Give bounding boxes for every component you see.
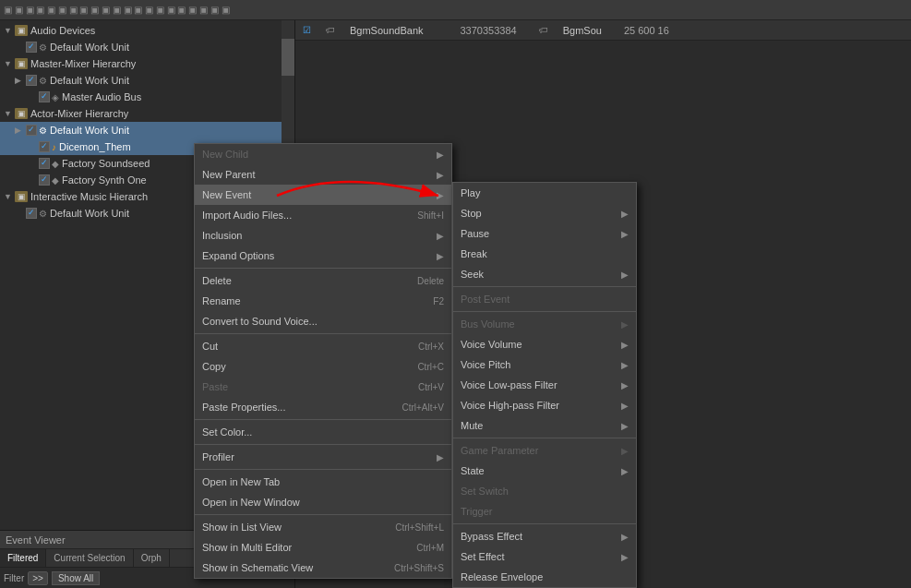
menu-item-label: Copy: [202, 361, 226, 372]
menu-separator: [195, 514, 451, 515]
menu-item-set-effect[interactable]: Set Effect ▶: [453, 546, 636, 567]
submenu-arrow-icon: ▶: [621, 421, 629, 431]
menu-item-bus-volume: Bus Volume ▶: [453, 314, 636, 334]
menu-item-play[interactable]: Play: [453, 183, 636, 203]
menu-item-open-new-tab[interactable]: Open in New Tab: [195, 472, 451, 492]
tree-item-label: Dicemon_Them: [59, 141, 131, 152]
submenu-arrow-icon: ▶: [621, 340, 629, 350]
menu-item-import-audio[interactable]: Import Audio Files... Shift+I: [195, 205, 451, 225]
menu-item-release-envelope[interactable]: Release Envelope: [453, 567, 636, 587]
menu-item-label: Trigger: [461, 506, 492, 517]
menu-item-new-parent[interactable]: New Parent ▶: [195, 164, 451, 185]
menu-item-label: Expand Options: [202, 250, 274, 261]
menu-item-label: Paste: [202, 381, 228, 392]
tree-item-label: Master Audio Bus: [62, 91, 141, 102]
menu-item-bypass-effect[interactable]: Bypass Effect ▶: [453, 526, 636, 546]
menu-item-label: Convert to Sound Voice...: [202, 316, 318, 327]
menu-item-cut[interactable]: Cut Ctrl+X: [195, 336, 451, 356]
tree-item[interactable]: ◈ Master Audio Bus: [0, 89, 294, 105]
menu-item-seek[interactable]: Seek ▶: [453, 264, 636, 284]
item-id2-col: 25 600 16: [624, 25, 669, 36]
menu-item-label: New Event: [202, 189, 251, 200]
menu-item-expand-options[interactable]: Expand Options ▶: [195, 246, 451, 266]
menu-item-voice-highpass[interactable]: Voice High-pass Filter ▶: [453, 395, 636, 415]
menu-item-show-list-view[interactable]: Show in List View Ctrl+Shift+L: [195, 517, 451, 537]
menu-item-profiler[interactable]: Profiler ▶: [195, 447, 451, 467]
right-panel-header: ☑ 🏷 BgmSoundBank 3370353384 🏷 BgmSou 25 …: [295, 20, 911, 41]
item-checkbox[interactable]: [39, 174, 50, 186]
submenu-arrow-icon: ▶: [621, 446, 629, 456]
menu-separator: [453, 311, 636, 312]
menu-item-label: Inclusion: [202, 230, 242, 241]
menu-item-label: Cut: [202, 341, 218, 352]
menu-item-open-new-window[interactable]: Open in New Window: [195, 492, 451, 512]
sound-icon: ♪: [52, 142, 56, 152]
menu-item-game-parameter: Game Parameter ▶: [453, 440, 636, 461]
menu-item-convert[interactable]: Convert to Sound Voice...: [195, 311, 451, 331]
menu-item-show-schematic-view[interactable]: Show in Schematic View Ctrl+Shift+S: [195, 558, 451, 578]
tree-item[interactable]: ▼ ▣ Audio Devices: [0, 22, 294, 39]
menu-item-label: Play: [461, 187, 480, 198]
tree-item-label: Default Work Unit: [50, 42, 129, 53]
menu-shortcut: Ctrl+M: [416, 543, 444, 553]
submenu-arrow-icon: ▶: [437, 170, 444, 180]
menu-item-voice-volume[interactable]: Voice Volume ▶: [453, 334, 636, 354]
filter-label: Filter: [4, 573, 24, 583]
menu-item-state[interactable]: State ▶: [453, 461, 636, 481]
menu-item-label: Bus Volume: [461, 318, 515, 330]
menu-item-break[interactable]: Break: [453, 244, 636, 264]
tree-item[interactable]: ▼ ▣ Actor-Mixer Hierarchy: [0, 105, 294, 122]
tab-current-selection[interactable]: Current Selection: [46, 549, 133, 567]
item-checkbox[interactable]: [26, 42, 37, 53]
menu-separator: [195, 419, 451, 420]
scrollbar-thumb[interactable]: [282, 39, 294, 76]
item-id-col: 3370353384: [461, 25, 517, 36]
tab-filtered[interactable]: Filtered: [0, 549, 46, 567]
item-checkbox[interactable]: [39, 91, 50, 102]
menu-item-voice-pitch[interactable]: Voice Pitch ▶: [453, 354, 636, 375]
menu-item-inclusion[interactable]: Inclusion ▶: [195, 225, 451, 246]
submenu-arrow-icon: ▶: [621, 360, 629, 370]
submenu-arrow-icon: ▶: [437, 251, 444, 261]
folder-icon: ▣: [15, 25, 28, 36]
tree-item-label: Default Work Unit: [50, 75, 129, 86]
menu-item-stop[interactable]: Stop ▶: [453, 203, 636, 223]
menu-item-mute[interactable]: Mute ▶: [453, 415, 636, 436]
menu-item-new-event[interactable]: New Event ▶: [195, 185, 451, 205]
tree-item[interactable]: ▶ ⚙ Default Work Unit: [0, 72, 294, 89]
item-checkbox[interactable]: [39, 141, 50, 152]
menu-separator: [195, 444, 451, 445]
submenu-arrow-icon: ▶: [437, 190, 444, 200]
menu-separator: [195, 268, 451, 269]
menu-item-pause[interactable]: Pause ▶: [453, 223, 636, 244]
tree-item[interactable]: ▼ ▣ Master-Mixer Hierarchy: [0, 55, 294, 72]
item-checkbox[interactable]: [39, 158, 50, 169]
expand-arrow: ▼: [4, 59, 15, 68]
tag-icon2: 🏷: [539, 25, 548, 35]
menu-shortcut: Ctrl+V: [418, 382, 444, 392]
menu-item-voice-lowpass[interactable]: Voice Low-pass Filter ▶: [453, 375, 636, 395]
work-unit-icon: ⚙: [39, 42, 47, 53]
submenu-arrow-icon: ▶: [437, 231, 444, 241]
menu-item-show-multi-editor[interactable]: Show in Multi Editor Ctrl+M: [195, 537, 451, 558]
submenu-arrow-icon: ▶: [621, 209, 629, 219]
toolbar-icons: ▣ ▣ ▣ ▣ ▣ ▣ ▣ ▣ ▣ ▣ ▣ ▣ ▣ ▣ ▣ ▣ ▣ ▣ ▣ ▣ …: [4, 5, 230, 15]
item-checkbox[interactable]: [26, 75, 37, 86]
item-checkbox[interactable]: [26, 208, 37, 219]
menu-item-delete[interactable]: Delete Delete: [195, 270, 451, 291]
menu-item-set-color[interactable]: Set Color...: [195, 422, 451, 442]
filter-expand-button[interactable]: >>: [28, 571, 48, 585]
menu-item-copy[interactable]: Copy Ctrl+C: [195, 356, 451, 377]
item-checkbox[interactable]: [26, 125, 37, 136]
menu-item-rename[interactable]: Rename F2: [195, 291, 451, 311]
menu-item-new-child[interactable]: New Child ▶: [195, 144, 451, 164]
event-viewer-title: Event Viewer: [6, 534, 66, 546]
tree-item-selected[interactable]: ▶ ⚙ Default Work Unit: [0, 122, 294, 138]
tree-item[interactable]: ⚙ Default Work Unit: [0, 39, 294, 55]
show-all-button[interactable]: Show All: [52, 571, 100, 585]
menu-item-label: Voice Volume: [461, 339, 522, 350]
checkbox-icon: ☑: [303, 25, 311, 35]
menu-item-label: Voice High-pass Filter: [461, 400, 559, 411]
tab-orphans[interactable]: Orph: [134, 549, 170, 567]
menu-item-paste-properties[interactable]: Paste Properties... Ctrl+Alt+V: [195, 397, 451, 417]
